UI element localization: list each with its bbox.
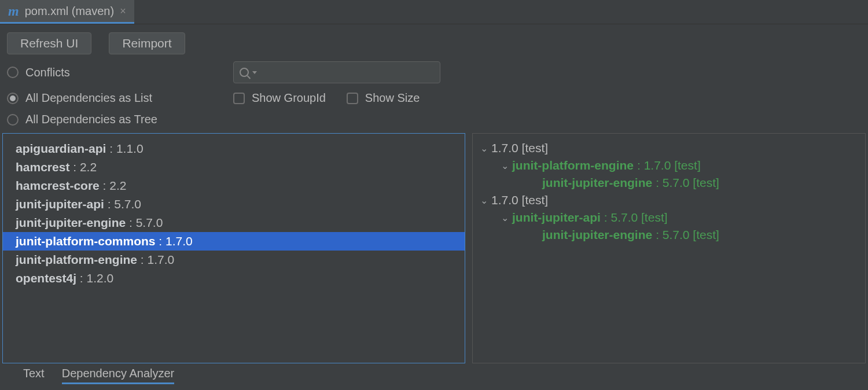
search-input[interactable] bbox=[233, 61, 440, 83]
list-item[interactable]: apiguardian-api : 1.1.0 bbox=[3, 139, 465, 158]
dependency-version: 1.7.0 bbox=[148, 253, 175, 266]
dependency-version: 5.7.0 bbox=[136, 216, 163, 229]
dependency-name: hamcrest bbox=[16, 160, 69, 174]
tree-node-name: junit-jupiter-engine bbox=[542, 228, 652, 242]
bottom-tab-bar: Text Dependency Analyzer bbox=[0, 363, 868, 390]
separator: : bbox=[69, 160, 80, 174]
tree-node-name: junit-jupiter-engine bbox=[542, 176, 652, 190]
tree-node-meta: : 5.7.0 [test] bbox=[656, 176, 719, 190]
dependency-version: 1.1.0 bbox=[116, 142, 144, 155]
separator: : bbox=[126, 216, 136, 229]
refresh-ui-button[interactable]: Refresh UI bbox=[7, 32, 91, 54]
chevron-down-icon[interactable]: ⌄ bbox=[480, 143, 488, 154]
file-tab-title: pom.xml (maven) bbox=[25, 5, 114, 18]
dependency-name: junit-platform-engine bbox=[16, 253, 137, 266]
separator: : bbox=[76, 271, 87, 285]
separator: : bbox=[104, 197, 115, 211]
tree-node-meta: : 5.7.0 [test] bbox=[656, 228, 719, 242]
tree-node-name: junit-platform-engine bbox=[512, 159, 634, 172]
chevron-down-icon[interactable]: ⌄ bbox=[501, 160, 509, 171]
radio-all-list-label: All Dependencies as List bbox=[25, 91, 152, 105]
dependency-tree-panel[interactable]: ⌄1.7.0 [test]⌄junit-platform-engine : 1.… bbox=[472, 133, 866, 363]
list-item[interactable]: junit-jupiter-api : 5.7.0 bbox=[3, 195, 465, 214]
dependency-name: hamcrest-core bbox=[16, 179, 100, 192]
dependency-list-panel[interactable]: apiguardian-api : 1.1.0hamcrest : 2.2ham… bbox=[2, 133, 465, 363]
list-item[interactable]: hamcrest-core : 2.2 bbox=[3, 176, 465, 195]
list-item[interactable]: hamcrest : 2.2 bbox=[3, 158, 465, 176]
tree-node[interactable]: ⌄1.7.0 [test] bbox=[473, 192, 865, 209]
separator: : bbox=[106, 142, 116, 155]
tree-node[interactable]: junit-jupiter-engine : 5.7.0 [test] bbox=[473, 174, 865, 192]
maven-icon: m bbox=[8, 3, 19, 19]
radio-conflicts[interactable] bbox=[7, 67, 19, 78]
tree-node-meta: : 1.7.0 [test] bbox=[637, 159, 701, 172]
checkbox-show-groupid[interactable] bbox=[233, 93, 245, 104]
tree-node[interactable]: ⌄1.7.0 [test] bbox=[473, 139, 865, 157]
checkbox-show-size-label: Show Size bbox=[365, 91, 420, 105]
list-item[interactable]: junit-platform-engine : 1.7.0 bbox=[3, 251, 465, 269]
checkbox-show-groupid-label: Show GroupId bbox=[252, 91, 326, 105]
list-item[interactable]: opentest4j : 1.2.0 bbox=[3, 269, 465, 288]
checkbox-show-size[interactable] bbox=[347, 93, 358, 104]
dependency-version: 2.2 bbox=[80, 160, 97, 174]
tree-node-label: 1.7.0 [test] bbox=[491, 193, 548, 207]
editor-tab-bar: m pom.xml (maven) × bbox=[0, 0, 868, 24]
tree-node[interactable]: junit-jupiter-engine : 5.7.0 [test] bbox=[473, 226, 865, 244]
tree-node[interactable]: ⌄junit-platform-engine : 1.7.0 [test] bbox=[473, 157, 865, 174]
tree-node-label: 1.7.0 [test] bbox=[491, 141, 548, 155]
list-item[interactable]: junit-jupiter-engine : 5.7.0 bbox=[3, 214, 465, 232]
tab-dependency-analyzer[interactable]: Dependency Analyzer bbox=[62, 367, 175, 384]
panels-container: apiguardian-api : 1.1.0hamcrest : 2.2ham… bbox=[0, 133, 868, 363]
radio-all-tree-label: All Dependencies as Tree bbox=[25, 113, 157, 126]
dependency-version: 5.7.0 bbox=[114, 197, 141, 211]
chevron-down-icon[interactable] bbox=[252, 71, 257, 74]
dependency-version: 1.2.0 bbox=[87, 271, 114, 285]
separator: : bbox=[100, 179, 110, 192]
dependency-name: apiguardian-api bbox=[16, 142, 106, 155]
list-item[interactable]: junit-platform-commons : 1.7.0 bbox=[3, 232, 465, 251]
reimport-button[interactable]: Reimport bbox=[109, 32, 185, 54]
tree-node[interactable]: ⌄junit-jupiter-api : 5.7.0 [test] bbox=[473, 209, 865, 226]
dependency-version: 2.2 bbox=[109, 179, 126, 192]
radio-all-list[interactable] bbox=[7, 93, 19, 104]
dependency-name: junit-jupiter-engine bbox=[16, 216, 126, 229]
close-icon[interactable]: × bbox=[120, 5, 126, 17]
file-tab-pom[interactable]: m pom.xml (maven) × bbox=[0, 0, 134, 24]
toolbar: Refresh UI Reimport bbox=[0, 24, 868, 58]
radio-conflicts-label: Conflicts bbox=[25, 66, 70, 79]
radio-all-tree[interactable] bbox=[7, 114, 19, 126]
tree-node-name: junit-jupiter-api bbox=[512, 211, 601, 225]
separator: : bbox=[156, 234, 166, 248]
filters-area: Conflicts All Dependencies as List Show … bbox=[0, 58, 868, 133]
chevron-down-icon[interactable]: ⌄ bbox=[501, 212, 509, 223]
chevron-down-icon[interactable]: ⌄ bbox=[480, 195, 488, 206]
tree-node-meta: : 5.7.0 [test] bbox=[604, 211, 668, 225]
separator: : bbox=[137, 253, 148, 266]
dependency-name: junit-platform-commons bbox=[16, 234, 156, 248]
dependency-name: opentest4j bbox=[16, 271, 76, 285]
dependency-name: junit-jupiter-api bbox=[16, 197, 104, 211]
search-icon bbox=[240, 68, 249, 77]
tab-text[interactable]: Text bbox=[23, 367, 45, 384]
dependency-version: 1.7.0 bbox=[165, 234, 193, 248]
